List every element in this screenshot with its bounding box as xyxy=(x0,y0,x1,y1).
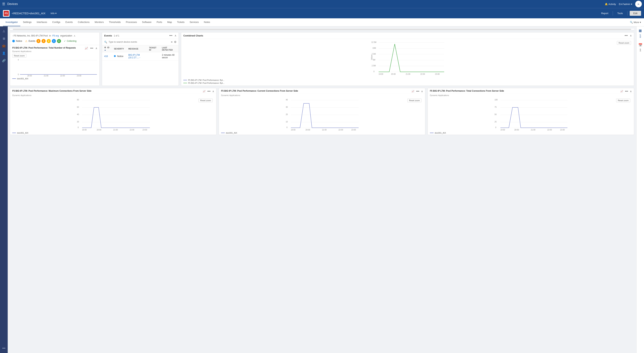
sidebar-icon-alert[interactable]: ⚠ xyxy=(0,28,7,35)
info-dropdown-button[interactable]: Info ▾ xyxy=(50,12,56,15)
combined-reset-zoom-button[interactable]: Reset zoom xyxy=(617,41,631,45)
y-label-0m: 0 xyxy=(374,71,374,73)
trend-icon-1[interactable]: 📈 xyxy=(203,90,206,93)
col-detected[interactable]: LAST DETECTED xyxy=(160,45,178,52)
svg-text:22:00: 22:00 xyxy=(547,129,552,131)
tab-settings[interactable]: Settings xyxy=(20,18,34,26)
svg-text:0: 0 xyxy=(286,126,288,129)
tab-nav: Investigator Settings Interfaces Configs… xyxy=(0,18,644,26)
bottom-card-1-collapse-button[interactable]: ∧ xyxy=(212,90,214,93)
combined-menu-button[interactable]: ••• xyxy=(624,34,628,37)
sidebar-icon-more[interactable]: ••• xyxy=(0,345,7,351)
event-detected: 2 minutes 40 secon xyxy=(160,52,178,61)
tab-tickets[interactable]: Tickets xyxy=(174,18,187,26)
bottom-chart-1-legend: dvic001_AIX xyxy=(12,132,214,134)
events-search-bar: 🔍 ≡ ⚙ xyxy=(102,39,178,45)
tab-investigator[interactable]: Investigator xyxy=(3,18,20,26)
right-panel-edit[interactable]: ▦ EDIT xyxy=(638,28,642,38)
tab-notes[interactable]: Notes xyxy=(201,18,213,26)
sidebar-icon-grid[interactable]: ⊞ xyxy=(0,35,7,42)
tab-thresholds[interactable]: Thresholds xyxy=(106,18,123,26)
list-view-icon[interactable]: ≡ xyxy=(171,40,172,44)
org-link[interactable]: F5 org xyxy=(52,35,59,37)
col-ticket[interactable]: TICKET ID xyxy=(147,45,160,52)
more-chevron-icon: ▾ xyxy=(640,21,641,24)
combined-charts-title: Combined Charts xyxy=(183,34,203,37)
chart-menu-button[interactable]: ••• xyxy=(90,47,94,50)
svg-text:40: 40 xyxy=(286,99,288,101)
tab-configs[interactable]: Configs xyxy=(50,18,63,26)
tools-button[interactable]: Tools xyxy=(615,11,625,16)
top-cards-row: - F5 Networks, Inc. BIG-IP LTM Pool in F… xyxy=(10,32,634,86)
tab-services[interactable]: Services xyxy=(187,18,201,26)
chart-line-1 xyxy=(82,107,150,128)
report-button[interactable]: Report xyxy=(599,11,610,16)
combined-collapse-button[interactable]: ∧ xyxy=(630,34,632,37)
device-info-content: - F5 Networks, Inc. BIG-IP LTM Pool in F… xyxy=(10,33,100,45)
reset-zoom-button-1[interactable]: Reset zoom xyxy=(12,54,26,58)
trend-icon[interactable]: 📈 xyxy=(85,47,88,50)
legend-line-3 xyxy=(430,133,434,133)
svg-text:40: 40 xyxy=(77,113,79,116)
chevron-up-icon[interactable]: ∧ xyxy=(74,34,76,37)
left-sidebar: ⚠ ⊞ 💼 👤 🔗 ••• xyxy=(0,26,8,353)
svg-text:60: 60 xyxy=(77,106,79,108)
hour-label: 24H xyxy=(640,49,641,52)
edit-button[interactable]: Edit xyxy=(630,11,641,16)
chart-collapse-button[interactable]: ∧ xyxy=(96,47,97,50)
trend-icon-2[interactable]: 📈 xyxy=(412,90,414,93)
chart-line-2 xyxy=(291,103,359,128)
user-dropdown-icon: ▾ xyxy=(631,3,632,6)
trend-icon-3[interactable]: 📈 xyxy=(620,90,623,93)
col-message[interactable]: MESSAGE xyxy=(126,45,147,52)
tab-events[interactable]: Events xyxy=(63,18,75,26)
tab-more[interactable]: 🔍 More ▾ xyxy=(630,21,641,24)
tab-map[interactable]: Map xyxy=(165,18,174,26)
right-panel-24h[interactable]: 📅 24H xyxy=(638,42,643,52)
tab-monitors[interactable]: Monitors xyxy=(92,18,106,26)
col-severity[interactable]: SEVERITY xyxy=(112,45,126,52)
tab-software[interactable]: Software xyxy=(140,18,154,26)
reset-zoom-bottom-2[interactable]: Reset zoom xyxy=(407,99,422,102)
bottom-card-2-menu-button[interactable]: ••• xyxy=(416,90,420,93)
reset-zoom-bottom-3[interactable]: Reset zoom xyxy=(616,99,630,102)
user-label: Em7admin xyxy=(619,3,630,6)
bottom-chart-2-container: Reset zoom 40 30 20 10 0 19:00 xyxy=(219,97,425,135)
sidebar-icon-hierarchy[interactable]: 🔗 xyxy=(0,57,7,64)
svg-text:21:00: 21:00 xyxy=(113,129,118,131)
legend-green-label: F5 BIG-IP LTM: Pool Performance: Byt... xyxy=(188,82,224,84)
events-card-actions: ••• ∧ xyxy=(168,34,176,37)
bottom-card-3-collapse-button[interactable]: ∧ xyxy=(630,90,632,93)
events-menu-button[interactable]: ••• xyxy=(168,34,173,37)
events-search-input[interactable] xyxy=(108,41,145,43)
reset-zoom-bottom-1[interactable]: Reset zoom xyxy=(198,99,213,102)
bottom-card-2-collapse-button[interactable]: ∧ xyxy=(421,90,423,93)
status-row: Notice ⚠ Events 0 0 0 1 0 xyxy=(12,37,97,45)
col-id[interactable]: ⚙ ID ▲ xyxy=(102,45,112,52)
legend-item-green: F5 BIG-IP LTM: Pool Performance: Byt... xyxy=(183,82,632,84)
chart-header-section: F5 BIG-IP LTM: Pool Performance: Total N… xyxy=(10,45,100,53)
search-icon: 🔍 xyxy=(630,21,633,24)
bottom-card-1-menu-button[interactable]: ••• xyxy=(206,90,211,93)
events-collapse-button[interactable]: ∧ xyxy=(174,34,176,37)
activity-link[interactable]: 🔔 Activity xyxy=(605,3,616,6)
tab-interfaces[interactable]: Interfaces xyxy=(34,18,50,26)
tab-processes[interactable]: Processes xyxy=(123,18,140,26)
tab-collections[interactable]: Collections xyxy=(75,18,92,26)
user-menu[interactable]: Em7admin ▾ xyxy=(619,3,632,6)
event-row-416[interactable]: 416 Notice BIG-IP LTM (10.2.27.... - 2 m… xyxy=(102,52,178,61)
sidebar-icon-briefcase[interactable]: 💼 xyxy=(0,43,7,49)
scroll-track[interactable] xyxy=(13,29,631,30)
svg-text:22:00: 22:00 xyxy=(338,129,343,131)
collecting-label: Collecting xyxy=(67,40,76,42)
small-chart-legend: dvic001_AIX xyxy=(12,78,97,80)
menu-icon[interactable]: ☰ xyxy=(2,2,5,6)
bottom-card-3-menu-button[interactable]: ••• xyxy=(624,90,629,93)
tab-ports[interactable]: Ports xyxy=(154,18,165,26)
svg-text:20:00: 20:00 xyxy=(97,129,101,131)
device-org-row: - F5 Networks, Inc. BIG-IP LTM Pool in F… xyxy=(12,34,97,37)
events-title-block: Events 1 of 1 xyxy=(104,34,119,37)
events-label: Events xyxy=(28,40,35,42)
settings-icon[interactable]: ⚙ xyxy=(174,40,176,44)
sidebar-icon-user[interactable]: 👤 xyxy=(0,50,7,57)
